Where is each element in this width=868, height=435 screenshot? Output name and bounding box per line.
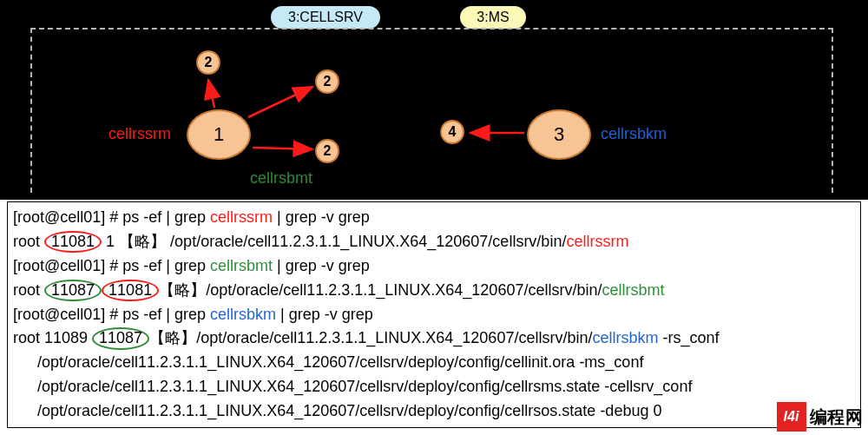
- cmd-line-2: [root@cell01] # ps -ef | grep cellrsbmt …: [13, 254, 855, 279]
- proc-name: cellrssrm: [210, 208, 273, 226]
- path-text: 【略】/opt/oracle/cell11.2.3.1.1_LINUX.X64_…: [149, 329, 592, 346]
- cmd-suffix: | grep -v grep: [273, 257, 370, 274]
- pid-11081: 11081: [44, 231, 102, 254]
- path-text: 【略】/opt/oracle/cell11.2.3.1.1_LINUX.X64_…: [159, 281, 602, 299]
- node-1: 1: [187, 109, 251, 160]
- proc-name: cellrsbkm: [592, 329, 658, 346]
- user-col: root: [13, 281, 44, 299]
- label-cellrsbmt: cellrsbmt: [250, 169, 312, 188]
- user-col: root: [13, 233, 44, 250]
- dashed-container: [30, 28, 833, 193]
- label-cellrssrm: cellrssrm: [108, 125, 171, 143]
- ppid-11081: 11081: [102, 280, 159, 302]
- prompt-text: [root@cell01] # ps -ef | grep: [13, 257, 210, 274]
- terminal-output: [root@cell01] # ps -ef | grep cellrssrm …: [7, 201, 861, 428]
- node-3: 3: [527, 109, 591, 160]
- proc-name: cellrsbkm: [210, 306, 276, 323]
- pid-11087: 11087: [44, 280, 102, 302]
- label-cellrsbkm: cellrsbkm: [601, 125, 667, 143]
- prompt-text: [root@cell01] # ps -ef | grep: [13, 208, 210, 226]
- node-2-top: 2: [196, 50, 220, 75]
- proc-name: cellrssrm: [566, 233, 628, 250]
- node-2-right: 2: [315, 69, 339, 94]
- pill-ms: 3:MS: [458, 4, 528, 30]
- ppid-11087: 11087: [92, 327, 149, 350]
- node-4: 4: [440, 120, 464, 144]
- user-pid-col: root 11089: [13, 329, 92, 346]
- cmd-line-3: [root@cell01] # ps -ef | grep cellrsbkm …: [13, 303, 855, 327]
- cmd-suffix: | grep -v grep: [276, 306, 373, 323]
- watermark-text: 编程网: [810, 405, 864, 429]
- node-2-bottom: 2: [315, 139, 339, 163]
- output-line-3-cont3: /opt/oracle/cell11.2.3.1.1_LINUX.X64_120…: [13, 399, 855, 424]
- output-line-3: root 11089 11087【略】/opt/oracle/cell11.2.…: [13, 326, 855, 351]
- watermark-logo: l4i: [777, 402, 806, 432]
- proc-name: cellrsbmt: [210, 257, 273, 274]
- proc-name: cellrsbmt: [602, 281, 664, 299]
- output-line-3-cont2: /opt/oracle/cell11.2.3.1.1_LINUX.X64_120…: [13, 375, 855, 399]
- diagram-area: 3:CELLSRV 3:MS 1 3 2 2 2 4 cellrssrm cel…: [0, 0, 868, 200]
- output-line-3-cont1: /opt/oracle/cell11.2.3.1.1_LINUX.X64_120…: [13, 351, 855, 375]
- watermark: l4i 编程网: [777, 402, 864, 432]
- path-text: 1 【略】 /opt/oracle/cell11.2.3.1.1_LINUX.X…: [102, 233, 566, 250]
- output-line-2: root 1108711081【略】/opt/oracle/cell11.2.3…: [13, 279, 855, 303]
- prompt-text: [root@cell01] # ps -ef | grep: [13, 306, 210, 323]
- output-line-1: root 11081 1 【略】 /opt/oracle/cell11.2.3.…: [13, 230, 855, 254]
- cmd-suffix: | grep -v grep: [273, 208, 370, 226]
- cmd-line-1: [root@cell01] # ps -ef | grep cellrssrm …: [13, 206, 855, 230]
- arg-text: -rs_conf: [658, 329, 719, 346]
- pill-cellsrv: 3:CELLSRV: [269, 4, 382, 30]
